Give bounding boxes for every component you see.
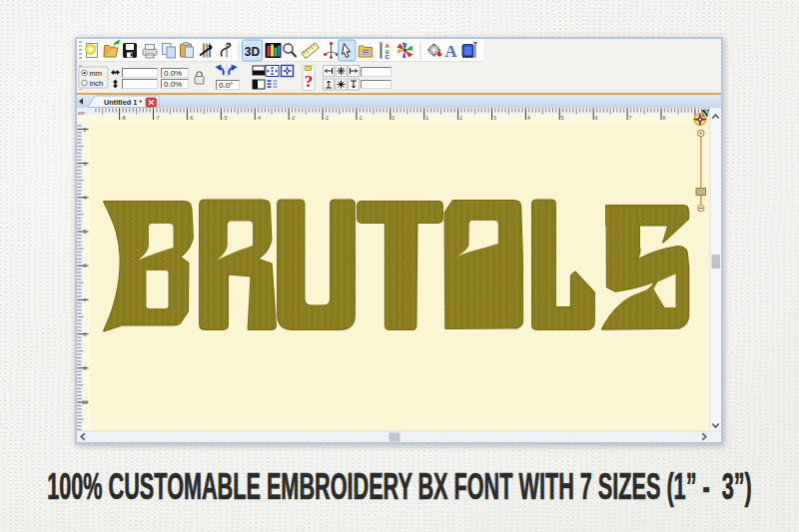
svg-text:3: 3	[493, 115, 496, 121]
svg-text:7: 7	[84, 297, 87, 303]
svg-text:3: 3	[84, 161, 87, 167]
svg-text:-6: -6	[189, 115, 194, 121]
svg-text:5: 5	[84, 229, 87, 235]
svg-text:5: 5	[561, 115, 564, 121]
svg-text:-4: -4	[257, 115, 262, 121]
svg-text:9: 9	[84, 365, 87, 371]
svg-text:1: 1	[425, 115, 428, 121]
svg-text:4: 4	[527, 115, 530, 121]
svg-text:-2: -2	[325, 115, 330, 121]
svg-text:2: 2	[84, 127, 87, 133]
svg-text:-3: -3	[291, 115, 296, 121]
svg-text:8: 8	[663, 115, 666, 121]
svg-text:10: 10	[82, 399, 88, 405]
svg-text:-5: -5	[223, 115, 228, 121]
svg-text:2: 2	[459, 115, 462, 121]
svg-text:6: 6	[595, 115, 598, 121]
svg-text:8: 8	[84, 331, 87, 337]
svg-text:-7: -7	[155, 115, 160, 121]
svg-text:N: N	[702, 109, 709, 119]
svg-text:4: 4	[84, 195, 87, 201]
svg-text:7: 7	[629, 115, 632, 121]
svg-text:-8: -8	[121, 115, 126, 121]
svg-text:0: 0	[392, 115, 395, 121]
svg-text:-1: -1	[358, 115, 363, 121]
svg-text:cm: cm	[78, 110, 85, 116]
svg-text:6: 6	[84, 263, 87, 268]
svg-text:Untitled 1 *: Untitled 1 *	[104, 98, 142, 107]
